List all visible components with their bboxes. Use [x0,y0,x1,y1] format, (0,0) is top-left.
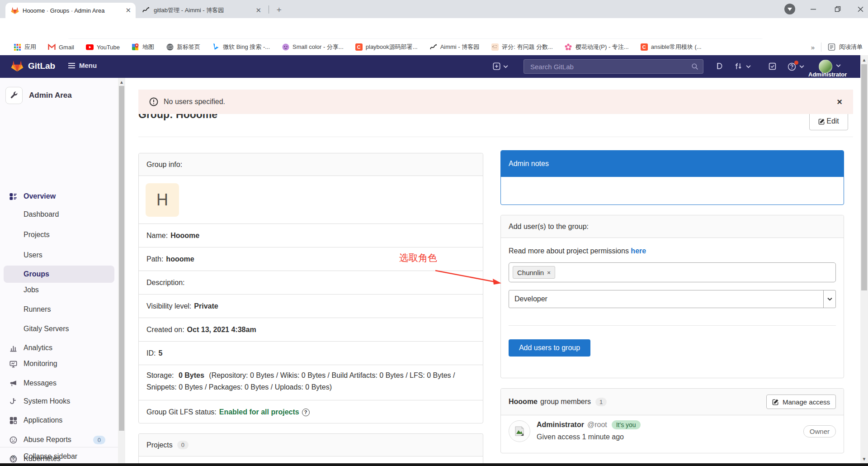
todos-icon[interactable] [769,62,776,70]
bookmark-label: playbook源码部署... [366,43,418,51]
bookmark-youtube[interactable]: YouTube [86,43,120,51]
bookmark-maps[interactable]: 地图 [132,43,154,51]
cnblogs-icon [429,43,437,51]
manage-access-button[interactable]: Manage access [766,395,836,409]
sidebar-context-header[interactable]: Admin Area [0,87,118,104]
sidebar-item-label: Analytics [24,344,52,352]
role-select[interactable]: Developer [509,290,836,308]
sidebar-item-system-hooks[interactable]: System Hooks [0,393,118,410]
tab-close-icon[interactable]: ✕ [255,6,261,14]
menu-button[interactable]: Menu [68,62,97,69]
global-search[interactable] [524,59,703,74]
download-status-icon[interactable] [783,0,797,18]
minimize-button[interactable] [806,0,821,18]
new-tab-button[interactable]: ＋ [273,4,285,16]
cnblogs-favicon [142,6,150,14]
sidebar-item-dashboard[interactable]: Dashboard [0,206,118,223]
title-divider [138,137,853,137]
collapse-sidebar-button[interactable]: « Collapse sidebar [0,448,118,465]
scroll-up-icon[interactable]: ▲ [860,57,868,62]
sidebar-item-abuse-reports[interactable]: Abuse Reports 0 [0,431,118,448]
chip-label: Chunnlin [517,269,544,276]
sidebar-scrollbar-thumb[interactable] [119,86,124,431]
avatar-girl-icon [491,43,499,51]
issues-icon[interactable] [715,62,723,70]
sidebar-item-overview[interactable]: Overview [0,188,118,205]
sidebar-item-gitaly-servers[interactable]: Gitaly Servers [0,320,118,338]
member-avatar [509,420,530,442]
bookmark-smallcolor[interactable]: Small color - 分享... [282,43,344,51]
bookmark-bing[interactable]: 微软 Bing 搜索 -... [212,43,270,51]
alert-message: No users specified. [164,98,225,106]
alert-close-icon[interactable]: × [837,97,842,107]
new-menu-icon[interactable] [493,62,500,70]
scroll-down-icon[interactable]: ▼ [860,456,868,461]
edit-group-button[interactable]: Edit [809,112,848,130]
group-id-row: ID:5 [139,342,483,365]
bookmark-apps[interactable]: 应用 [14,43,36,51]
sidebar-item-applications[interactable]: Applications [0,412,118,429]
screen-bottom-edge [0,463,868,466]
member-name[interactable]: Administrator [537,421,584,429]
sidebar-item-label: Jobs [24,286,39,294]
reading-list-label[interactable]: 阅读清单 [839,43,863,51]
permissions-here-link[interactable]: here [631,247,646,255]
tab-close-icon[interactable]: ✕ [125,6,131,14]
bookmark-playbook[interactable]: C playbook源码部署... [355,43,418,51]
sidebar-item-monitoring[interactable]: Monitoring [0,355,118,372]
sidebar-item-projects[interactable]: Projects [0,226,118,243]
user-token-input[interactable]: Chunnlin × [509,262,836,282]
help-question-icon[interactable]: ? [302,409,310,416]
tab-gitlab-admin[interactable]: Hooome · Groups · Admin Area ✕ [5,3,136,18]
gitlab-home-link[interactable]: GitLab [11,60,55,72]
notification-dot [794,61,798,65]
add-users-to-group-button[interactable]: Add users to group [509,339,590,357]
selected-user-chip[interactable]: Chunnlin × [513,266,555,279]
member-handle: @root [587,421,607,429]
bookmark-pingfen[interactable]: 评分: 有问题 分数... [491,43,553,51]
apps-grid-icon [14,43,21,51]
sidebar-item-jobs[interactable]: Jobs [0,281,118,299]
scroll-up-icon[interactable]: ▲ [118,80,125,85]
bookmark-ansible[interactable]: C ansible常用模块 (... [641,43,702,51]
sidebar-item-groups[interactable]: Groups [0,266,118,283]
bookmark-yinghua[interactable]: 樱花动漫(P) - 专注... [565,43,629,51]
page-scrollbar[interactable]: ▲ ▼ [860,55,868,466]
sidebar-item-analytics[interactable]: Analytics [0,339,118,357]
member-row: Administrator @root It's you Given acces… [501,415,844,447]
remove-user-icon[interactable]: × [547,269,551,276]
bookmark-label: Gmail [59,44,74,51]
bookmark-aimmi[interactable]: Aimmi - 博客园 [429,43,480,51]
sidebar-item-users[interactable]: Users [0,247,118,264]
members-header-suffix: group members [540,398,591,406]
sidebar-item-messages[interactable]: Messages [0,375,118,392]
sidebar-item-runners[interactable]: Runners [0,301,118,318]
group-info-card: Group info: H Name:Hooome Path:hooome De… [138,153,483,423]
sidebar-item-label: System Hooks [24,397,70,405]
bookmark-gmail[interactable]: Gmail [48,43,74,51]
tab-divider [269,5,269,14]
chevron-down-icon[interactable] [836,64,841,67]
gitlab-favicon [11,6,19,14]
sidebar-scrollbar[interactable]: ▲ [118,78,125,466]
bookmark-label: 应用 [24,43,36,51]
browser-tab-strip: Hooome · Groups · Admin Area ✕ gitlab管理 … [0,0,868,18]
youtube-icon [86,43,94,51]
restore-button[interactable] [830,0,845,18]
tab-blog[interactable]: gitlab管理 - Aimmi - 博客园 ✕ [137,3,266,18]
group-members-card: Hooome group members 1 Manage access Adm… [500,388,844,453]
monitoring-icon [9,360,18,368]
admin-sidebar: Admin Area Overview Dashboard Projects U… [0,78,118,466]
close-window-button[interactable] [853,0,868,18]
page-scrollbar-thumb[interactable] [861,64,867,290]
merge-requests-icon[interactable] [734,62,742,70]
its-you-badge: It's you [612,420,641,429]
projects-card-header: Projects 0 [139,434,483,456]
sidebar-divider [0,447,118,447]
gitlab-navbar: GitLab Menu [0,55,860,78]
select-arrow-icon[interactable] [823,290,835,308]
bookmarks-bar: 应用 Gmail YouTube 地图 新标签页 微软 Bing 搜索 -...… [0,39,868,55]
search-input[interactable] [530,63,691,71]
bookmarks-overflow-icon[interactable]: » [811,43,815,51]
bookmark-newtab[interactable]: 新标签页 [166,43,200,51]
